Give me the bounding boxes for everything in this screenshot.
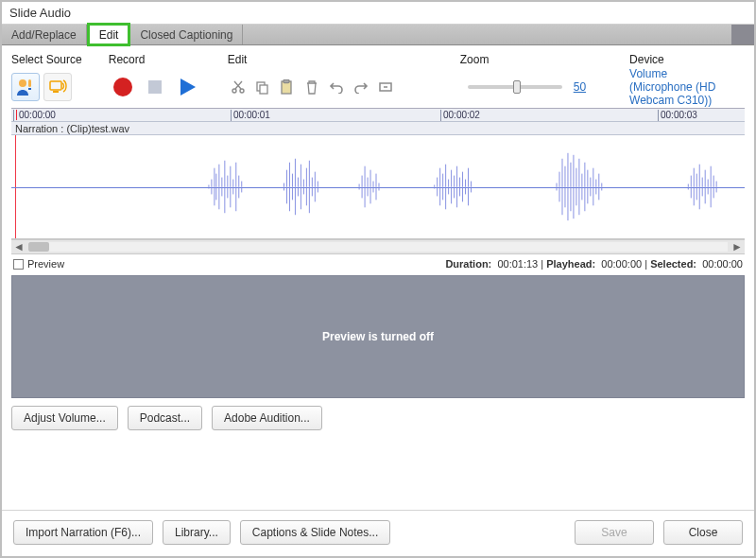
copy-button[interactable] (252, 77, 273, 97)
tab-edit[interactable]: Edit (87, 23, 131, 46)
tab-spacer (243, 25, 731, 44)
preview-off-message: Preview is turned off (322, 330, 434, 343)
dialog-buttons: Import Narration (F6)... Library... Capt… (2, 510, 754, 556)
zoom-value[interactable]: 50 (574, 80, 586, 94)
preview-checkbox[interactable] (13, 259, 24, 270)
svg-rect-1 (28, 79, 31, 87)
status-bar: Preview Duration: 00:01:13 | Playhead: 0… (11, 254, 745, 273)
adobe-audition-button[interactable]: Adobe Audition... (212, 406, 322, 430)
ruler-tick: 00:00:00 (16, 110, 56, 120)
window-title: Slide Audio (2, 2, 754, 25)
timeline: 00:00:00 00:00:01 00:00:02 00:00:03 Narr… (11, 108, 745, 273)
selected-value: 00:00:00 (702, 258, 743, 270)
group-record: Record (109, 53, 201, 102)
insert-silence-button[interactable] (375, 77, 396, 97)
library-button[interactable]: Library... (163, 520, 231, 545)
duration-value: 00:01:13 (497, 258, 538, 270)
waveform-area[interactable] (11, 135, 745, 239)
duration-label: Duration: (445, 258, 491, 270)
svg-point-0 (19, 79, 26, 87)
label-zoom: Zoom (460, 53, 586, 66)
ruler-tick: 00:00:01 (231, 110, 270, 121)
preview-checkbox-label: Preview (27, 258, 64, 270)
label-device: Device (629, 53, 722, 66)
podcast-button[interactable]: Podcast... (128, 406, 202, 430)
toolbar: Select Source Record (2, 45, 754, 108)
svg-rect-2 (28, 88, 31, 90)
selected-label: Selected: (650, 258, 696, 270)
scroll-right-button[interactable]: ► (730, 239, 745, 254)
group-device: Device Volume (Microphone (HD Webcam C31… (629, 53, 722, 102)
stop-button[interactable] (141, 73, 169, 101)
source-system-audio-button[interactable] (43, 73, 72, 101)
zoom-slider[interactable] (468, 85, 562, 89)
svg-rect-3 (50, 81, 61, 90)
svg-point-7 (232, 89, 236, 93)
tab-add-replace[interactable]: Add/Replace (2, 25, 87, 44)
timeline-scrollbar[interactable]: ◄ ► (11, 239, 745, 254)
tab-strip: Add/Replace Edit Closed Captioning (2, 25, 754, 45)
label-record: Record (109, 53, 201, 66)
device-link[interactable]: Volume (Microphone (HD Webcam C310)) (629, 67, 722, 107)
time-ruler[interactable]: 00:00:00 00:00:01 00:00:02 00:00:03 (11, 109, 745, 122)
waveform (11, 135, 745, 238)
ruler-tick: 00:00:02 (440, 110, 480, 121)
save-button[interactable]: Save (575, 520, 654, 545)
playhead-value: 00:00:00 (601, 258, 642, 270)
svg-rect-6 (148, 80, 162, 94)
adjust-volume-button[interactable]: Adjust Volume... (11, 406, 118, 430)
label-edit: Edit (228, 53, 396, 66)
playhead-label: Playhead: (546, 258, 595, 270)
undo-button[interactable] (326, 77, 347, 97)
svg-point-5 (113, 78, 132, 96)
source-mic-user-button[interactable] (11, 73, 40, 101)
svg-point-8 (240, 89, 244, 93)
zoom-slider-thumb[interactable] (513, 80, 521, 94)
scroll-left-button[interactable]: ◄ (11, 239, 26, 254)
tab-closed-captioning[interactable]: Closed Captioning (130, 25, 243, 44)
slide-audio-window: Slide Audio Add/Replace Edit Closed Capt… (0, 0, 756, 558)
paste-button[interactable] (277, 77, 298, 97)
label-select-source: Select Source (11, 53, 82, 66)
svg-rect-12 (284, 80, 289, 83)
audio-action-buttons: Adjust Volume... Podcast... Adobe Auditi… (2, 406, 754, 436)
redo-button[interactable] (351, 77, 371, 97)
import-narration-button[interactable]: Import Narration (F6)... (13, 520, 153, 545)
track-label: Narration : (Clip)test.wav (11, 122, 745, 135)
preview-panel: Preview is turned off (11, 275, 745, 398)
group-edit: Edit (228, 53, 396, 102)
play-button[interactable] (173, 73, 201, 101)
svg-rect-10 (260, 85, 267, 94)
tab-strip-end (731, 25, 754, 44)
cut-button[interactable] (228, 77, 249, 97)
delete-button[interactable] (301, 77, 322, 97)
captions-slide-notes-button[interactable]: Captions & Slide Notes... (240, 520, 390, 545)
record-button[interactable] (109, 73, 137, 101)
ruler-tick: 00:00:03 (658, 110, 697, 121)
scroll-thumb[interactable] (28, 242, 49, 252)
group-select-source: Select Source (11, 53, 82, 102)
svg-rect-4 (53, 91, 59, 93)
group-zoom: Zoom 50 (460, 53, 586, 102)
close-button[interactable]: Close (663, 520, 743, 545)
scroll-track[interactable] (28, 242, 728, 252)
